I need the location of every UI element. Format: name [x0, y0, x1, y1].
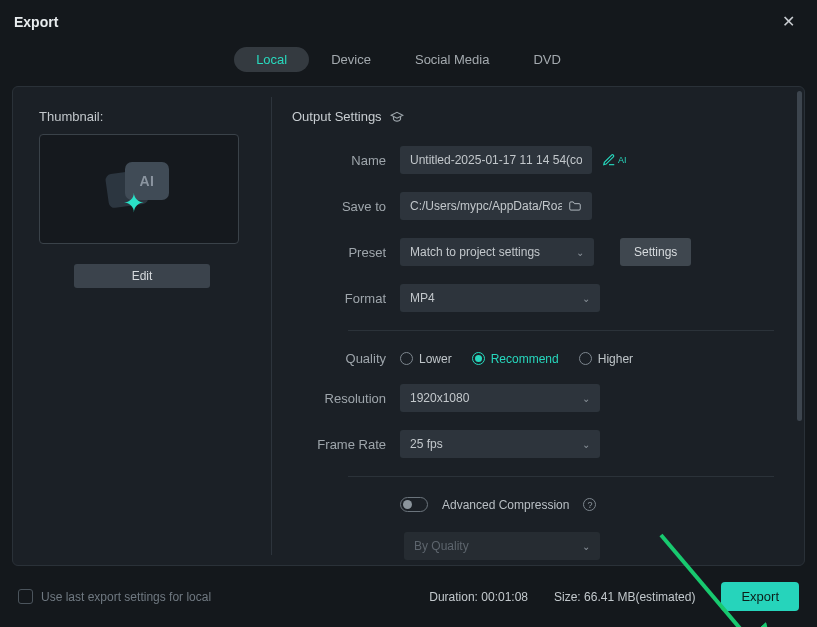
format-select[interactable]: MP4 ⌄ — [400, 284, 600, 312]
chevron-down-icon: ⌄ — [582, 439, 590, 450]
quality-radio-recommend[interactable]: Recommend — [472, 352, 559, 366]
tab-social-media[interactable]: Social Media — [393, 47, 511, 72]
section-divider — [348, 330, 774, 331]
name-field[interactable]: Untitled-2025-01-17 11 14 54(copy) — [400, 146, 592, 174]
resolution-label: Resolution — [292, 391, 400, 406]
graduation-icon — [390, 110, 404, 124]
duration-readout: Duration: 00:01:08 — [429, 590, 528, 604]
thumbnail-graphic: AI ✦ — [103, 162, 175, 216]
quality-label: Quality — [292, 351, 400, 366]
quality-radio-lower[interactable]: Lower — [400, 352, 452, 366]
chevron-down-icon: ⌄ — [582, 393, 590, 404]
export-button[interactable]: Export — [721, 582, 799, 611]
tab-dvd[interactable]: DVD — [511, 47, 582, 72]
tab-device[interactable]: Device — [309, 47, 393, 72]
chevron-down-icon: ⌄ — [582, 541, 590, 552]
advanced-compression-toggle[interactable] — [400, 497, 428, 512]
format-label: Format — [292, 291, 400, 306]
resolution-select[interactable]: 1920x1080 ⌄ — [400, 384, 600, 412]
thumbnail-label: Thumbnail: — [39, 109, 245, 124]
section-divider — [348, 476, 774, 477]
edit-thumbnail-button[interactable]: Edit — [74, 264, 210, 288]
preset-select[interactable]: Match to project settings ⌄ — [400, 238, 594, 266]
chevron-down-icon: ⌄ — [582, 293, 590, 304]
use-last-settings-checkbox[interactable] — [18, 589, 33, 604]
scrollbar[interactable] — [797, 91, 802, 421]
name-label: Name — [292, 153, 400, 168]
framerate-label: Frame Rate — [292, 437, 400, 452]
output-settings-header: Output Settings — [292, 109, 382, 124]
chevron-down-icon: ⌄ — [576, 247, 584, 258]
dialog-title: Export — [14, 14, 58, 30]
size-readout: Size: 66.41 MB(estimated) — [554, 590, 695, 604]
help-icon[interactable]: ? — [583, 498, 596, 511]
close-icon[interactable]: ✕ — [774, 10, 803, 33]
quality-radio-higher[interactable]: Higher — [579, 352, 633, 366]
export-tabs: Local Device Social Media DVD — [0, 43, 817, 86]
advanced-compression-label: Advanced Compression — [442, 498, 569, 512]
ai-rename-icon[interactable]: AI — [602, 153, 627, 167]
folder-icon[interactable] — [568, 199, 582, 213]
preset-label: Preset — [292, 245, 400, 260]
thumbnail-preview[interactable]: AI ✦ — [39, 134, 239, 244]
tab-local[interactable]: Local — [234, 47, 309, 72]
preset-settings-button[interactable]: Settings — [620, 238, 691, 266]
saveto-label: Save to — [292, 199, 400, 214]
use-last-settings-label: Use last export settings for local — [41, 590, 211, 604]
framerate-select[interactable]: 25 fps ⌄ — [400, 430, 600, 458]
compression-mode-select: By Quality ⌄ — [404, 532, 600, 560]
saveto-field[interactable]: C:/Users/mypc/AppData/Roar — [400, 192, 592, 220]
sparkle-icon: ✦ — [123, 188, 145, 219]
